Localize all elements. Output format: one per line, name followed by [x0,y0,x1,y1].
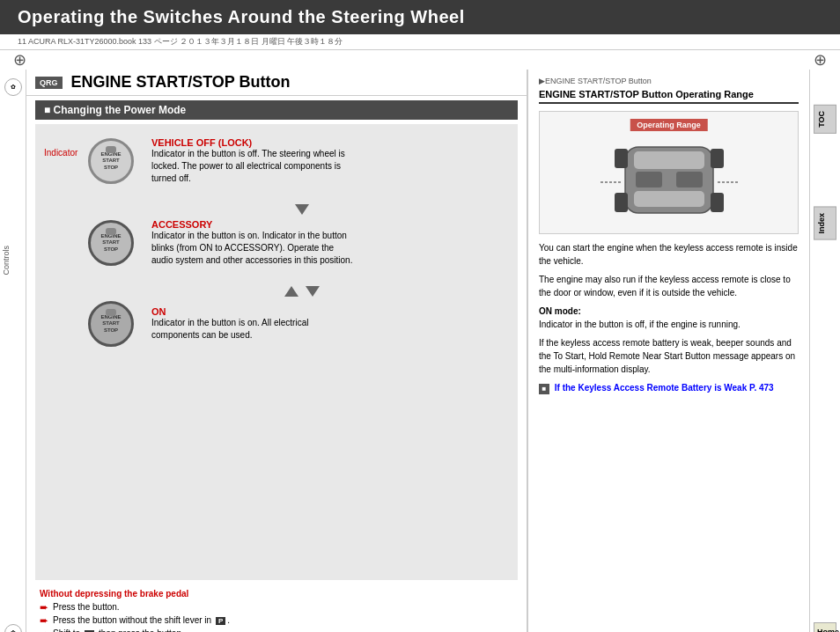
tab-index[interactable]: Index [814,207,836,240]
paragraph-1: You can start the engine when the keyles… [539,241,799,268]
car-top-view [599,138,740,226]
bullet-item-3: ➨ Shift to P then press the button. [40,628,513,632]
left-sidebar: ✿ Controls ✿ [0,70,26,632]
on-mode-text: Indicator in the button is off, if the e… [539,320,741,329]
diagram-area: Indicator ENGINESTARTSTOP VEHICLE OFF (L… [35,124,518,580]
right-panel-title: ENGINE START/STOP Button Operating Range [539,89,799,104]
keyless-link-block: ■ If the Keyless Access Remote Battery i… [539,381,799,394]
keyless-link[interactable]: If the Keyless Access Remote Battery is … [555,383,774,393]
controls-label: Controls [2,246,11,276]
paragraph-2: The engine may also run if the keyless a… [539,273,799,299]
car-diagram: Operating Range [539,111,799,234]
svg-rect-4 [676,172,703,187]
tab-toc[interactable]: TOC [814,105,836,134]
mode-row-acc: ENGINESTARTSTOP ACCESSORY Indicator in t… [88,219,505,267]
arrow-up-2 [284,286,298,297]
mode-desc-off: Indicator in the button is off. The stee… [151,148,354,185]
without-brake-section: Without depressing the brake pedal ➨ Pre… [35,584,518,632]
mode-label-off: VEHICLE OFF (LOCK) Indicator in the butt… [151,137,505,185]
sidebar-top-circle: ✿ [4,78,22,96]
link-icon: ■ [539,384,549,394]
mode-title-on: ON [151,306,505,317]
section-title-bar: QRG ENGINE START/STOP Button [26,70,527,96]
right-panel: ▶ENGINE START/STOP Button ENGINE START/S… [527,70,809,632]
center-content: QRG ENGINE START/STOP Button ■ Changing … [26,70,527,632]
bullet-arrow-3: ➨ [40,628,48,632]
svg-rect-7 [615,193,628,212]
operating-range-label: Operating Range [630,119,708,131]
bullet-arrow-1: ➨ [40,602,48,613]
without-brake-title: Without depressing the brake pedal [40,589,513,599]
arrows-off-to-acc [99,202,505,217]
arrows-acc-to-on [99,284,505,298]
arrow-down-2 [306,286,320,297]
bullet-item-2: ➨ Press the button without the shift lev… [40,615,513,626]
subsection-title: ■ Changing the Power Mode [35,100,518,120]
bullet-item-1: ➨ Press the button. [40,602,513,613]
meta-line: 11 ACURA RLX-31TY26000.book 133 ページ ２０１３… [0,34,840,50]
mode-desc-acc: Indicator in the button is on. Indicator… [151,230,354,267]
on-mode-block: ON mode: Indicator in the button is off,… [539,305,799,331]
svg-rect-3 [636,172,662,187]
mode-row-on: ENGINESTARTSTOP ON Indicator in the butt… [88,301,505,347]
mode-label-on: ON Indicator in the button is on. All el… [151,306,505,342]
indicator-label: Indicator [44,148,77,158]
mode-desc-on: Indicator in the button is on. All elect… [151,317,354,342]
qrg-badge: QRG [35,77,63,89]
mode-row-off: Indicator ENGINESTARTSTOP VEHICLE OFF (L… [88,137,505,185]
svg-rect-8 [711,193,724,212]
top-left-corner: ⊕ [13,52,26,68]
svg-rect-1 [634,151,704,169]
mode-label-acc: ACCESSORY Indicator in the button is on.… [151,219,505,267]
sidebar-bottom-circle: ✿ [4,624,22,632]
mode-title-off: VEHICLE OFF (LOCK) [151,137,505,148]
battery-note: If the keyless access remote battery is … [539,336,799,376]
svg-rect-6 [711,149,724,168]
bullet-arrow-2: ➨ [40,615,48,626]
top-right-corner: ⊕ [814,52,827,68]
mode-title-acc: ACCESSORY [151,219,505,230]
page-header: Operating the Switches Around the Steeri… [0,0,840,34]
arrow-down-1 [295,204,309,215]
tab-home[interactable]: Home [814,622,836,632]
right-sidebar: TOC Index Home [809,70,840,632]
svg-rect-5 [615,149,628,168]
header-title: Operating the Switches Around the Steeri… [18,7,465,26]
engine-btn-on: ENGINESTARTSTOP [88,301,134,347]
main-layout: ✿ Controls ✿ QRG ENGINE START/STOP Butto… [0,70,840,632]
right-section-tag: ▶ENGINE START/STOP Button [539,77,799,85]
svg-rect-2 [634,191,704,207]
park-symbol-1: P [216,617,225,625]
engine-btn-off: ENGINESTARTSTOP [88,138,134,184]
on-mode-label: ON mode: [539,306,581,316]
engine-btn-acc: ENGINESTARTSTOP [88,220,134,266]
section-title: ENGINE START/STOP Button [71,73,291,92]
